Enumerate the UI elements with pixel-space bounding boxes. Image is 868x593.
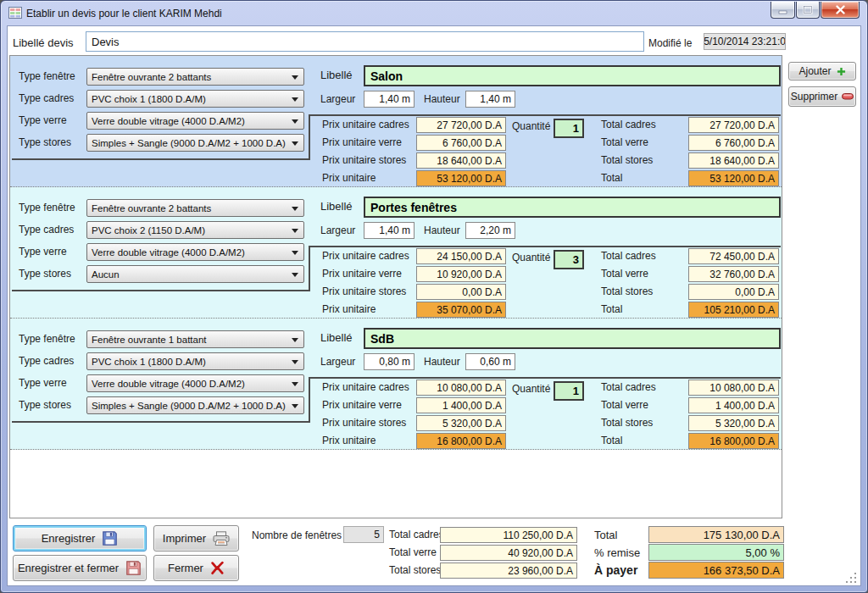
prix-unitaire-cadres-field: 27 720,00 D.A — [416, 117, 506, 133]
print-button[interactable]: Imprimer — [153, 525, 239, 551]
hauteur-input[interactable]: 2,20 m — [465, 222, 515, 239]
total-label: Total — [601, 435, 622, 446]
window-quote-section: Type fenêtre Type cadres Type verre Type… — [10, 319, 782, 450]
type-fenetre-label: Type fenêtre — [19, 333, 75, 345]
remise-label: % remise — [594, 546, 640, 559]
type-cadres-select[interactable]: PVC choix 2 (1150 D.A/M) — [86, 221, 304, 239]
delete-window-button-label: Supprimer — [791, 91, 837, 103]
chevron-down-icon — [292, 338, 298, 342]
prix-unitaire-stores-field: 18 640,00 D.A — [416, 152, 506, 169]
type-fenetre-select[interactable]: Fenêtre ouvrante 2 battants — [86, 68, 304, 86]
save-and-close-button[interactable]: Enregistrer et fermer — [13, 555, 147, 581]
chevron-down-icon — [292, 360, 298, 364]
type-stores-select[interactable]: Aucun — [86, 265, 304, 283]
window-title: Etablir un devis pour le client KARIM Me… — [26, 8, 222, 19]
minimize-button[interactable] — [771, 2, 795, 19]
libelle-input[interactable]: Salon — [364, 65, 781, 86]
chevron-down-icon — [292, 273, 298, 277]
type-cadres-select[interactable]: PVC choix 1 (1800 D.A/M) — [86, 352, 304, 370]
largeur-input[interactable]: 1,40 m — [364, 91, 415, 108]
sum-total-cadres-label: Total cadres — [389, 529, 444, 540]
a-payer-label: À payer — [594, 563, 637, 577]
prix-unitaire-cadres-label: Prix unitaire cadres — [322, 119, 409, 130]
prix-unitaire-label: Prix unitaire — [322, 435, 376, 446]
window-quote-section: Type fenêtre Type cadres Type verre Type… — [10, 187, 782, 319]
quantite-input[interactable]: 1 — [554, 381, 584, 401]
hauteur-input[interactable]: 0,60 m — [465, 353, 515, 370]
chevron-down-icon — [292, 229, 298, 233]
prix-unitaire-stores-field: 0,00 D.A — [416, 284, 506, 300]
quantite-input[interactable]: 3 — [554, 250, 584, 269]
libelle-label: Libellé — [320, 69, 353, 81]
type-verre-value: Verre double vitrage (4000 D.A/M2) — [92, 379, 245, 389]
dropdown-group-divider — [12, 290, 309, 291]
type-verre-select[interactable]: Verre double vitrage (4000 D.A/M2) — [86, 374, 304, 392]
type-cadres-label: Type cadres — [19, 92, 74, 104]
resize-grip[interactable] — [846, 573, 856, 583]
type-stores-label: Type stores — [19, 268, 71, 280]
type-fenetre-select[interactable]: Fenêtre ouvrante 2 battants — [86, 199, 304, 217]
total-verre-label: Total verre — [601, 136, 648, 148]
close-dialog-button[interactable]: Fermer — [153, 555, 239, 581]
sum-total-stores-label: Total stores — [389, 564, 441, 576]
grand-total-field: 175 130,00 D.A — [648, 526, 784, 543]
largeur-input[interactable]: 1,40 m — [364, 222, 415, 239]
grand-total-label: Total — [594, 529, 617, 541]
libelle-devis-label: Libellé devis — [13, 36, 74, 49]
type-stores-select[interactable]: Simples + Sangle (9000 D.A/M2 + 1000 D.A… — [86, 396, 304, 414]
minus-icon — [842, 93, 854, 100]
total-stores-label: Total stores — [601, 417, 653, 429]
libelle-input[interactable]: Portes fenêtres — [364, 197, 781, 218]
largeur-input[interactable]: 0,80 m — [364, 353, 415, 370]
maximize-button[interactable] — [796, 2, 820, 19]
type-stores-value: Aucun — [92, 269, 120, 280]
quote-lines-panel: Type fenêtre Type cadres Type verre Type… — [9, 55, 782, 518]
chevron-down-icon — [292, 404, 298, 408]
add-window-button-label: Ajouter — [798, 65, 831, 77]
type-stores-select[interactable]: Simples + Sangle (9000 D.A/M2 + 1000 D.A… — [86, 134, 304, 152]
print-button-label: Imprimer — [163, 532, 206, 545]
prix-unitaire-stores-label: Prix unitaire stores — [322, 154, 406, 166]
prix-unitaire-label: Prix unitaire — [322, 172, 376, 184]
dropdown-group-divider — [12, 158, 309, 160]
delete-window-button[interactable]: Supprimer — [788, 86, 856, 107]
prix-unitaire-verre-label: Prix unitaire verre — [322, 399, 402, 411]
libelle-label: Libellé — [320, 200, 353, 213]
red-x-icon — [210, 561, 225, 575]
type-fenetre-select[interactable]: Fenêtre ouvrante 1 battant — [86, 330, 304, 348]
chevron-down-icon — [292, 141, 298, 146]
sum-total-verre-label: Total verre — [389, 546, 437, 558]
type-verre-label: Type verre — [19, 246, 67, 258]
total-cadres-field: 10 080,00 D.A — [688, 380, 779, 396]
hauteur-label: Hauteur — [424, 356, 460, 368]
close-button[interactable] — [821, 2, 860, 19]
add-window-button[interactable]: Ajouter — [788, 62, 856, 80]
type-stores-value: Simples + Sangle (9000 D.A/M2 + 1000 D.A… — [92, 401, 286, 411]
total-label: Total — [601, 303, 622, 315]
prix-unitaire-verre-label: Prix unitaire verre — [322, 136, 402, 148]
type-verre-label: Type verre — [19, 114, 67, 126]
total-field: 105 210,00 D.A — [688, 302, 779, 318]
libelle-input[interactable]: SdB — [364, 328, 781, 349]
save-button[interactable]: Enregistrer — [13, 525, 147, 551]
hauteur-label: Hauteur — [424, 93, 460, 105]
quantite-input[interactable]: 1 — [554, 119, 584, 138]
type-stores-value: Simples + Sangle (9000 D.A/M2 + 1000 D.A… — [92, 138, 286, 148]
modifie-le-label: Modifié le — [648, 37, 692, 49]
total-field: 16 800,00 D.A — [688, 433, 779, 449]
type-fenetre-label: Type fenêtre — [19, 202, 75, 213]
sum-total-stores-field: 23 960,00 D.A — [440, 563, 577, 579]
total-verre-field: 1 400,00 D.A — [688, 397, 779, 413]
hauteur-input[interactable]: 1,40 m — [465, 91, 515, 108]
title-bar[interactable]: Etablir un devis pour le client KARIM Me… — [1, 1, 867, 25]
total-stores-field: 0,00 D.A — [688, 284, 779, 300]
quantite-label: Quantité — [512, 383, 550, 395]
total-stores-label: Total stores — [601, 154, 653, 166]
type-cadres-select[interactable]: PVC choix 1 (1800 D.A/M) — [86, 90, 304, 108]
type-verre-select[interactable]: Verre double vitrage (4000 D.A/M2) — [86, 112, 304, 130]
chevron-down-icon — [292, 97, 298, 102]
libelle-devis-input[interactable]: Devis — [86, 31, 644, 52]
remise-input[interactable]: 5,00 % — [648, 544, 784, 561]
chevron-down-icon — [292, 382, 298, 386]
type-verre-select[interactable]: Verre double vitrage (4000 D.A/M2) — [86, 243, 304, 261]
